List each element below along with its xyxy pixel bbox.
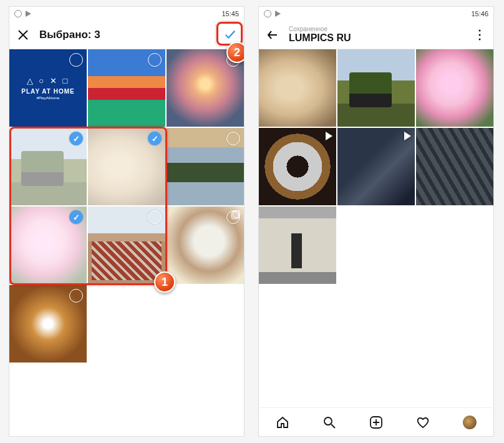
nav-profile[interactable] <box>462 415 477 430</box>
playhome-sub: #PlayAtHome <box>37 96 60 100</box>
tile-wreath[interactable] <box>259 128 336 205</box>
status-time: 15:45 <box>221 10 239 17</box>
collection-app-bar: Сохраненное LUMPICS RU <box>259 21 493 49</box>
thumbnail-warrior <box>337 128 415 205</box>
svg-point-3 <box>324 417 332 425</box>
carousel-icon <box>231 210 240 219</box>
tile-leaves[interactable] <box>9 285 87 363</box>
svg-point-0 <box>479 29 481 31</box>
collection-title: LUMPICS RU <box>289 32 463 44</box>
tile-playhome[interactable]: △ ○ ✕ □PLAY AT HOME#PlayAtHome <box>9 49 87 127</box>
video-icon <box>404 132 411 140</box>
opera-icon <box>264 10 271 17</box>
collection-title-block: Сохраненное LUMPICS RU <box>289 26 463 44</box>
avatar-icon <box>463 416 477 429</box>
tile-hall[interactable] <box>259 207 336 284</box>
nav-add[interactable] <box>369 415 384 430</box>
tile-shells[interactable] <box>88 128 165 205</box>
tile-warrior[interactable] <box>337 128 415 205</box>
playstore-icon <box>275 11 281 17</box>
playstore-icon <box>26 11 31 17</box>
bottom-nav <box>259 407 493 436</box>
tile-rose[interactable] <box>9 207 87 284</box>
callout-2: 2 <box>226 42 245 63</box>
tile-shells[interactable] <box>259 49 336 127</box>
thumbnail-hall <box>259 207 336 284</box>
thumbnail-city <box>416 128 493 205</box>
selection-grid: △ ○ ✕ □PLAY AT HOME#PlayAtHome <box>9 49 244 363</box>
status-bar: 15:45 <box>9 7 244 21</box>
callout-1: 1 <box>154 271 175 293</box>
thumbnail-shells <box>259 49 336 127</box>
status-bar: 15:46 <box>259 7 493 21</box>
back-button[interactable] <box>266 29 279 41</box>
video-icon <box>326 132 332 140</box>
checkmark-icon[interactable] <box>148 132 162 145</box>
phone-left: 15:45 Выбрано: 3 △ ○ ✕ □PLAY AT HOME#Pla… <box>9 6 245 437</box>
tile-city[interactable] <box>416 128 493 205</box>
tile-village[interactable] <box>88 207 165 284</box>
playhome-shapes: △ ○ ✕ □ <box>27 76 70 85</box>
confirm-button[interactable] <box>224 29 236 41</box>
select-circle-icon[interactable] <box>69 53 83 67</box>
thumbnail-wreath <box>259 128 336 205</box>
select-circle-icon[interactable] <box>148 53 162 67</box>
selection-app-bar: Выбрано: 3 <box>9 21 244 49</box>
select-circle-icon[interactable] <box>148 210 162 224</box>
tile-tractor[interactable] <box>337 49 415 127</box>
svg-point-1 <box>479 34 481 36</box>
status-time: 15:46 <box>471 10 488 17</box>
thumbnail-tractor <box>337 49 415 127</box>
tile-tractor[interactable] <box>9 128 87 205</box>
select-circle-icon[interactable] <box>69 289 83 303</box>
svg-point-2 <box>479 38 481 40</box>
checkmark-icon[interactable] <box>69 132 83 145</box>
phone-right: 15:46 Сохраненное LUMPICS RU <box>258 6 494 437</box>
checkmark-icon[interactable] <box>69 210 83 224</box>
saved-grid <box>259 49 493 284</box>
close-button[interactable] <box>17 29 29 41</box>
nav-home[interactable] <box>275 415 290 430</box>
playhome-text: PLAY AT HOME <box>21 88 74 95</box>
opera-icon <box>14 10 22 17</box>
nav-activity[interactable] <box>415 415 430 430</box>
selection-title: Выбрано: 3 <box>39 29 214 41</box>
thumbnail-rose <box>416 49 493 127</box>
more-button[interactable] <box>473 29 486 41</box>
select-circle-icon[interactable] <box>226 132 240 145</box>
tile-rose[interactable] <box>416 49 493 127</box>
tile-lake[interactable] <box>167 128 244 205</box>
collection-subtitle: Сохраненное <box>289 26 463 32</box>
tile-tulips[interactable] <box>88 49 165 127</box>
tile-cat[interactable] <box>167 207 244 284</box>
nav-search[interactable] <box>322 415 337 430</box>
